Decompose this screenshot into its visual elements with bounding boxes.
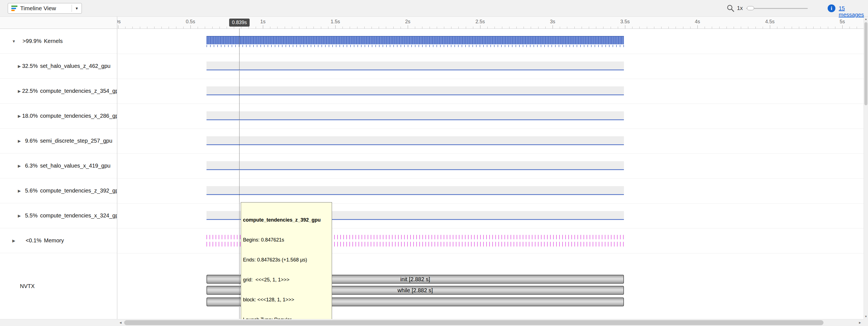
row-label: NVTX [20,283,35,290]
collapse-icon[interactable]: ▶ [17,214,22,218]
dropdown-separator [71,5,72,12]
tooltip-title: compute_tendencies_z_392_gpu [243,217,330,223]
row-percent: 32.5% [22,63,38,69]
tooltip-line: Ends: 0.847623s (+1.568 µs) [243,256,330,263]
tooltip-line: Begins: 0.847621s [243,237,330,243]
row-percent: 18.0% [22,113,38,119]
magnifier-icon [726,4,735,12]
tooltip-line: Launch Type: Regular [243,316,330,319]
collapse-icon[interactable]: ▶ [17,64,22,69]
scrollbar-corner [864,319,868,326]
row-label: compute_tendencies_z_354_gpu [40,88,117,94]
row-percent: 9.6% [22,138,38,144]
zoom-slider[interactable] [746,6,808,11]
timeline-pane[interactable]: 0s 0.5s 1s 1.5s 2s 2.5s 3s 3.5s 4s 4.5s … [118,17,864,319]
zoom-slider-track [746,8,808,9]
ruler-tick-label: 4s [695,19,700,25]
sidebar-row-set-halo-x[interactable]: ▶ 6.3% set_halo_values_x_419_gpu [0,154,117,179]
scroll-down-icon[interactable]: ▼ [864,314,868,319]
kernel-track-bar-tendencies-z-354[interactable] [207,86,624,95]
collapse-icon[interactable]: ▶ [11,239,17,243]
kernel-track-bar-tendencies-z-392[interactable] [207,186,624,195]
sidebar-row-memory[interactable]: ▶ <0.1% Memory [0,228,117,253]
sidebar-row-tendencies-x-324[interactable]: ▶ 5.5% compute_tendencies_x_324_gpu [0,203,117,228]
row-separator [118,129,864,129]
row-label: compute_tendencies_x_324_gpu [40,213,117,219]
vertical-scrollbar[interactable]: ▲ ▼ [864,17,868,319]
row-separator [118,253,864,253]
ruler-tick-label: 1.5s [331,19,340,25]
toolbar: Timeline View ▼ 1x i 15 messages [0,0,868,17]
row-percent: >99.9% [17,38,41,44]
collapse-icon[interactable]: ▶ [17,89,22,93]
collapse-icon[interactable]: ▶ [17,139,22,143]
kernels-activity-bar[interactable] [207,36,624,44]
row-label: compute_tendencies_x_286_gpu [40,113,117,119]
timeline-view-icon [11,5,18,11]
collapse-icon[interactable]: ▶ [17,114,22,118]
row-percent: 5.6% [22,188,38,194]
collapse-icon[interactable]: ▶ [17,164,22,168]
row-separator [118,228,864,228]
ruler-tick-label: 3s [550,19,555,25]
nvtx-range-label: while [2.882 s] [398,287,433,294]
row-label: Kernels [44,38,63,44]
kernel-track-bar-tendencies-x-286[interactable] [207,111,624,120]
ruler-tick-label: 4.5s [765,19,775,25]
info-icon[interactable]: i [828,4,835,12]
scroll-right-icon[interactable]: ► [857,319,863,326]
kernel-track-bar-set-halo-z[interactable] [207,61,624,70]
sidebar-row-set-halo-z[interactable]: ▶ 32.5% set_halo_values_z_462_gpu [0,54,117,79]
timeline-view-dropdown[interactable]: Timeline View ▼ [8,3,82,13]
row-label: semi_discrete_step_257_gpu [40,138,112,144]
ruler-tick-label: 2s [405,19,410,25]
kernel-tooltip: compute_tendencies_z_392_gpu Begins: 0.8… [241,202,332,319]
tooltip-line: grid: <<<25, 1, 1>>> [243,276,330,283]
kernel-track-bar-semi-discrete[interactable] [207,136,624,145]
row-separator [118,154,864,154]
row-separator [118,104,864,104]
row-label: compute_tendencies_z_392_gpu [40,188,117,194]
time-marker: 0.839s [229,19,250,27]
row-percent: <0.1% [17,237,41,244]
row-separator [118,54,864,54]
tooltip-line: block: <<<128, 1, 1>>> [243,296,330,303]
ruler-tick-label: 3.5s [620,19,630,25]
view-selector-label: Timeline View [20,5,71,11]
ruler-tick-label: 1s [260,19,266,25]
timeline-cursor [239,29,240,319]
horizontal-scrollbar-thumb[interactable] [124,320,824,325]
row-separator [118,79,864,79]
vertical-scrollbar-thumb[interactable] [864,22,867,105]
horizontal-scrollbar[interactable]: ◄ ► [0,319,864,326]
kernel-track-bar-set-halo-x[interactable] [207,161,624,170]
ruler-tick-label: 2.5s [475,19,485,25]
row-percent: 22.5% [22,88,38,94]
zoom-slider-thumb[interactable] [747,6,754,10]
zoom-level-label: 1x [737,5,743,11]
row-percent: 5.5% [22,213,38,219]
expand-icon[interactable]: ▼ [11,39,17,44]
ruler-tick-label: 0.5s [186,19,195,25]
nvtx-range-label: init [2.882 s] [400,276,430,282]
sidebar-row-tendencies-z-354[interactable]: ▶ 22.5% compute_tendencies_z_354_gpu [0,79,117,104]
ruler-tick-label: 5s [840,19,845,25]
ruler-tick-label: 0s [118,19,121,25]
scroll-left-icon[interactable]: ◄ [118,319,124,326]
sidebar-row-semi-discrete[interactable]: ▶ 9.6% semi_discrete_step_257_gpu [0,129,117,154]
row-percent: 6.3% [22,163,38,169]
sidebar-row-kernels[interactable]: ▼ >99.9% Kernels [0,29,117,54]
row-label: set_halo_values_x_419_gpu [40,163,111,169]
kernels-launch-ticks [207,45,624,47]
collapse-icon[interactable]: ▶ [17,189,22,193]
sidebar: ▼ >99.9% Kernels ▶ 32.5% set_halo_values… [0,17,117,319]
sidebar-row-tendencies-z-392[interactable]: ▶ 5.6% compute_tendencies_z_392_gpu [0,179,117,203]
row-separator [118,203,864,203]
sidebar-header [0,17,117,29]
messages-link[interactable]: 15 messages [839,5,868,18]
chevron-down-icon: ▼ [75,6,79,10]
row-label: Memory [44,237,64,244]
row-label: set_halo_values_z_462_gpu [40,63,111,69]
sidebar-row-nvtx[interactable]: NVTX [0,253,117,319]
sidebar-row-tendencies-x-286[interactable]: ▶ 18.0% compute_tendencies_x_286_gpu [0,104,117,129]
